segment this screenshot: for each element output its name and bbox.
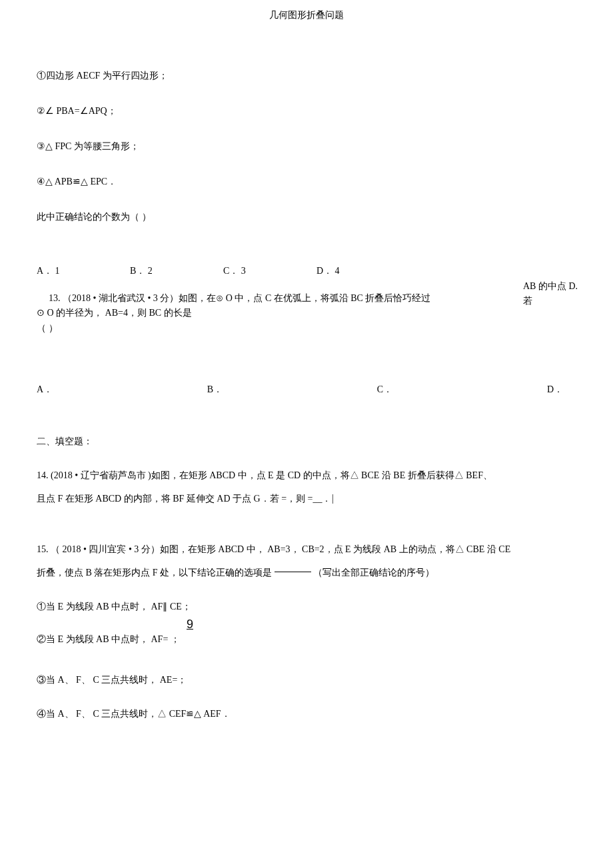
section-2-heading: 二、填空题： [37, 434, 576, 448]
page-title: 几何图形折叠问题 [37, 0, 576, 69]
option-d: D． 4 [316, 264, 410, 278]
question-13: AB 的中点 D. 若 13. （2018 • 湖北省武汉 • 3 分）如图，在… [37, 291, 576, 398]
option-c: C． 3 [223, 264, 316, 278]
q13-line3: （ ） [37, 321, 576, 336]
conclusion-2: ②∠ PBA=∠APQ； [37, 104, 576, 118]
text-cursor-icon [332, 494, 333, 504]
q15-option-2: 9 ②当 E 为线段 AB 中点时， AF= ； [37, 632, 576, 646]
q13-option-c: C． [377, 382, 392, 397]
q15-option-4: ④当 A、 F、 C 三点共线时，△ CEF≌△ AEF． [37, 707, 576, 721]
q15-line2a: 折叠，使点 B 落在矩形内点 F 处，以下结论正确的选项是 [37, 568, 272, 578]
question-15: 15. （ 2018 • 四川宜宾 • 3 分）如图，在矩形 ABCD 中， A… [37, 542, 576, 721]
conclusion-1: ①四边形 AECF 为平行四边形； [37, 69, 576, 83]
q15-line2: 折叠，使点 B 落在矩形内点 F 处，以下结论正确的选项是 （写出全部正确结论的… [37, 566, 576, 580]
fraction-numerator-9: 9 [187, 616, 193, 634]
q13-right-fragment: AB 的中点 D. 若 [523, 279, 603, 309]
conclusion-4: ④△ APB≌△ EPC． [37, 175, 576, 189]
q13-line2: ⊙ O 的半径为， AB=4，则 BC 的长是 [37, 306, 576, 320]
q12-options: A． 1 B． 2 C． 3 D． 4 [37, 264, 576, 278]
q13-right-line2: 若 [523, 294, 603, 308]
q14-line2-text: 且点 F 在矩形 ABCD 的内部，将 BF 延伸交 AD 于点 G．若 =，则… [37, 494, 331, 504]
option-b: B． 2 [130, 264, 223, 278]
q13-line1: 13. （2018 • 湖北省武汉 • 3 分）如图，在⊙ O 中，点 C 在优… [37, 291, 576, 306]
question-prompt: 此中正确结论的个数为（ ） [37, 210, 576, 224]
q14-line2: 且点 F 在矩形 ABCD 的内部，将 BF 延伸交 AD 于点 G．若 =，则… [37, 492, 576, 506]
q13-options: A． B． C． D． [37, 382, 576, 397]
conclusion-3: ③△ FPC 为等腰三角形； [37, 139, 576, 153]
q15-line1: 15. （ 2018 • 四川宜宾 • 3 分）如图，在矩形 ABCD 中， A… [37, 542, 576, 556]
q15-line2b: （写出全部正确结论的序号） [313, 568, 434, 578]
q13-right-line1: AB 的中点 D. [523, 279, 603, 294]
q13-option-d: D． [547, 382, 563, 397]
q15-option-3: ③当 A、 F、 C 三点共线时， AE=； [37, 673, 576, 687]
option-a: A． 1 [37, 264, 130, 278]
q15-option-1: ①当 E 为线段 AB 中点时， AF∥ CE； [37, 600, 576, 614]
q14-line1: 14. (2018 • 辽宁省葫芦岛市 )如图，在矩形 ABCD 中，点 E 是… [37, 468, 576, 482]
q13-option-a: A． [37, 382, 53, 397]
q15-option-2-text: ②当 E 为线段 AB 中点时， AF= ； [37, 634, 180, 644]
q13-option-b: B． [207, 382, 223, 397]
